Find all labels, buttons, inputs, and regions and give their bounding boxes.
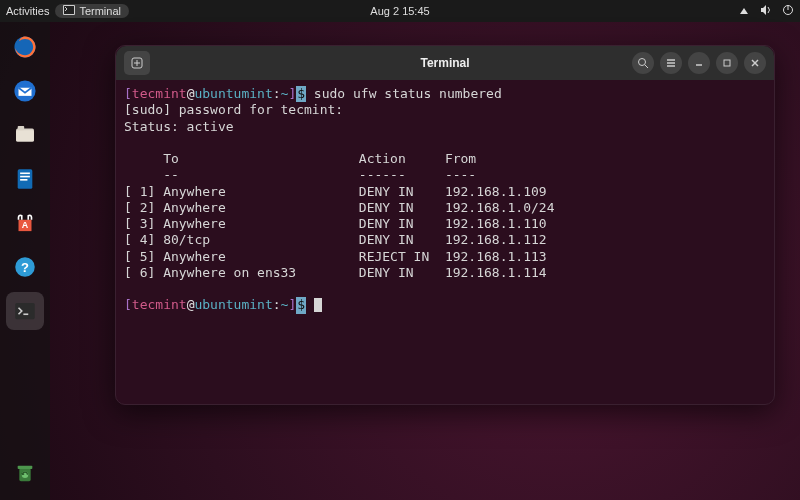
trash-icon[interactable] — [6, 454, 44, 492]
svg-rect-8 — [18, 126, 25, 130]
gnome-topbar: Activities Terminal Aug 2 15:45 — [0, 0, 800, 22]
topbar-app-indicator[interactable]: Terminal — [55, 4, 129, 18]
software-icon[interactable]: A — [6, 204, 44, 242]
new-tab-button[interactable] — [124, 51, 150, 75]
minimize-button[interactable] — [688, 52, 710, 74]
files-icon[interactable] — [6, 116, 44, 154]
svg-rect-10 — [20, 173, 30, 175]
network-icon[interactable] — [738, 4, 750, 18]
svg-text:?: ? — [21, 260, 29, 275]
terminal-window: Terminal [tecmint@ubuntumint:~]$ sudo uf… — [115, 45, 775, 405]
svg-line-25 — [645, 65, 648, 68]
svg-point-24 — [639, 59, 646, 66]
svg-rect-30 — [724, 60, 730, 66]
writer-icon[interactable] — [6, 160, 44, 198]
terminal-body[interactable]: [tecmint@ubuntumint:~]$ sudo ufw status … — [116, 80, 774, 404]
svg-rect-11 — [20, 176, 30, 178]
topbar-app-label: Terminal — [79, 5, 121, 17]
help-icon[interactable]: ? — [6, 248, 44, 286]
activities-button[interactable]: Activities — [6, 5, 49, 17]
terminal-icon[interactable] — [6, 292, 44, 330]
maximize-button[interactable] — [716, 52, 738, 74]
firefox-icon[interactable] — [6, 28, 44, 66]
window-titlebar[interactable]: Terminal — [116, 46, 774, 80]
svg-text:A: A — [22, 220, 29, 230]
close-button[interactable] — [744, 52, 766, 74]
power-icon[interactable] — [782, 4, 794, 18]
svg-rect-12 — [20, 179, 27, 181]
menu-button[interactable] — [660, 52, 682, 74]
svg-rect-16 — [15, 303, 35, 319]
terminal-small-icon — [63, 5, 75, 17]
thunderbird-icon[interactable] — [6, 72, 44, 110]
window-title: Terminal — [420, 56, 469, 70]
topbar-datetime[interactable]: Aug 2 15:45 — [370, 5, 429, 17]
svg-rect-7 — [16, 130, 34, 141]
svg-rect-19 — [18, 466, 33, 469]
search-button[interactable] — [632, 52, 654, 74]
dock: A ? — [0, 22, 50, 500]
volume-icon[interactable] — [760, 4, 772, 18]
